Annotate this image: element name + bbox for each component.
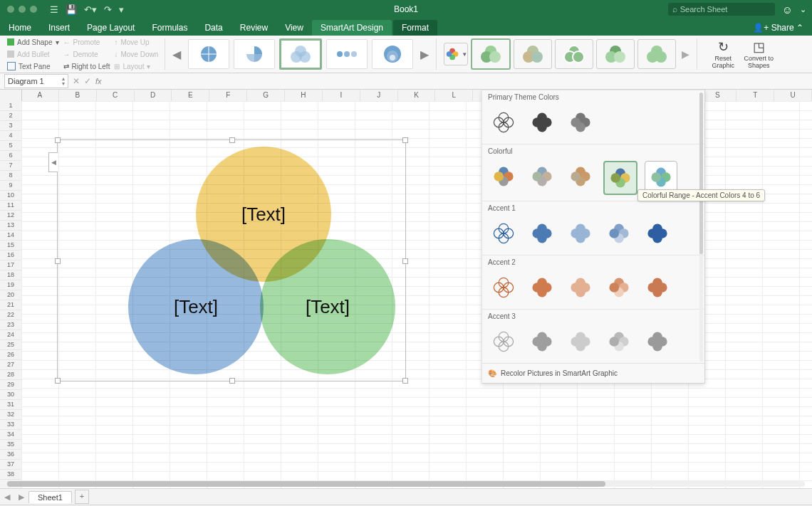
row-21[interactable]: 21 [0,300,21,310]
style-option-3[interactable] [555,39,593,69]
col-C[interactable]: C [97,90,135,101]
color-swatch-accent3-1[interactable] [526,326,558,357]
row-36[interactable]: 36 [0,450,21,460]
tab-format[interactable]: Format [393,20,437,36]
row-4[interactable]: 4 [0,131,21,141]
col-L[interactable]: L [435,90,473,101]
col-B[interactable]: B [59,90,97,101]
style-option-4[interactable] [596,39,635,69]
text-pane-toggle[interactable]: ◀ [48,152,58,172]
right-to-left-button[interactable]: ⇄ Right to Left [63,61,110,71]
row-35[interactable]: 35 [0,440,21,450]
gallery-next-icon[interactable]: ▶ [417,48,432,61]
sheet-nav-prev-icon[interactable]: ◀ [0,492,14,502]
color-swatch-primary-2[interactable] [565,107,596,138]
sheet-nav-next-icon[interactable]: ▶ [14,492,28,502]
col-U[interactable]: U [774,90,812,101]
recolor-pictures-button[interactable]: 🎨Recolor Pictures in SmartArt Graphic [482,363,704,383]
row-12[interactable]: 12 [0,211,21,221]
worksheet-area[interactable]: ABCDEFGHIJKLMSTU 12345678910111213141516… [0,90,812,488]
color-swatch-accent1-0[interactable] [488,218,519,249]
row-27[interactable]: 27 [0,360,21,370]
text-pane-button[interactable]: Text Pane [7,61,59,71]
layout-option-2[interactable] [234,39,275,69]
panel-scrollbar[interactable] [699,93,703,362]
gallery-prev-icon[interactable]: ◀ [170,48,184,61]
row-25[interactable]: 25 [0,340,21,350]
row-17[interactable]: 17 [0,260,21,270]
row-23[interactable]: 23 [0,320,21,330]
layout-option-5[interactable] [372,39,413,69]
color-swatch-accent1-3[interactable] [603,218,635,249]
row-18[interactable]: 18 [0,270,21,280]
venn-circle-2[interactable]: [Text] [128,239,264,374]
tab-page-layout[interactable]: Page Layout [78,20,143,36]
color-swatch-accent2-3[interactable] [603,272,635,303]
row-37[interactable]: 37 [0,460,21,470]
color-swatch-colorful-2[interactable] [565,161,596,192]
layout-button[interactable]: ⊞ Layout ▾ [114,61,158,71]
row-headers[interactable]: 1234567891011121314151617181920212223242… [0,101,22,488]
row-8[interactable]: 8 [0,171,21,181]
accept-formula-icon[interactable]: ✓ [84,76,91,86]
search-sheet-input[interactable]: Search Sheet [668,3,775,16]
promote-button[interactable]: ← Promote [63,37,110,47]
move-down-button[interactable]: ↓ Move Down [114,49,158,59]
row-31[interactable]: 31 [0,400,21,410]
add-bullet-button[interactable]: Add Bullet [7,49,59,59]
row-29[interactable]: 29 [0,380,21,390]
row-22[interactable]: 22 [0,310,21,320]
row-30[interactable]: 30 [0,390,21,400]
cancel-formula-icon[interactable]: ✕ [73,76,80,86]
convert-to-shapes-button[interactable]: ◳Convert to Shapes [743,39,774,69]
change-colors-button[interactable]: ▼ [444,43,468,65]
tab-view[interactable]: View [276,20,312,36]
formula-input[interactable] [102,74,812,88]
sheet-tab-1[interactable]: Sheet1 [28,491,72,503]
feedback-icon[interactable]: ☺ [782,4,793,16]
reset-graphic-button[interactable]: ↻Reset Graphic [707,39,739,69]
color-swatch-colorful-0[interactable] [488,161,519,192]
col-I[interactable]: I [323,90,360,101]
row-14[interactable]: 14 [0,231,21,241]
row-2[interactable]: 2 [0,111,21,121]
color-swatch-accent2-4[interactable] [642,272,673,303]
color-swatch-accent3-3[interactable] [603,326,635,357]
col-K[interactable]: K [398,90,436,101]
row-15[interactable]: 15 [0,241,21,251]
tab-data[interactable]: Data [196,20,231,36]
layout-option-4[interactable] [326,39,368,69]
color-swatch-accent1-4[interactable] [642,218,673,249]
row-9[interactable]: 9 [0,181,21,191]
row-32[interactable]: 32 [0,410,21,420]
smartart-object[interactable]: ◀ [Text] [Text] [Text] [57,139,406,381]
share-button[interactable]: 👤+ Share ⌃ [744,20,812,36]
col-J[interactable]: J [360,90,398,101]
name-box[interactable]: Diagram 1▴▾ [4,74,68,88]
styles-next-icon[interactable]: ▶ [679,48,692,60]
color-swatch-colorful-3[interactable] [603,161,637,195]
col-F[interactable]: F [209,90,247,101]
add-sheet-button[interactable]: + [75,490,89,504]
color-swatch-accent3-2[interactable] [565,326,596,357]
row-34[interactable]: 34 [0,430,21,440]
row-33[interactable]: 33 [0,420,21,430]
row-26[interactable]: 26 [0,350,21,360]
row-1[interactable]: 1 [0,101,21,111]
row-3[interactable]: 3 [0,121,21,131]
col-A[interactable]: A [21,90,59,101]
tab-insert[interactable]: Insert [40,20,78,36]
venn-circle-3[interactable]: [Text] [260,239,395,374]
row-16[interactable]: 16 [0,251,21,260]
col-G[interactable]: G [247,90,285,101]
col-D[interactable]: D [135,90,172,101]
tab-review[interactable]: Review [231,20,276,36]
color-swatch-accent2-2[interactable] [565,272,596,303]
move-up-button[interactable]: ↑ Move Up [114,37,158,47]
color-swatch-accent3-0[interactable] [488,326,519,357]
row-11[interactable]: 11 [0,201,21,211]
row-10[interactable]: 10 [0,191,21,201]
color-swatch-accent2-0[interactable] [488,272,519,303]
row-5[interactable]: 5 [0,141,21,151]
style-option-2[interactable] [514,39,552,69]
